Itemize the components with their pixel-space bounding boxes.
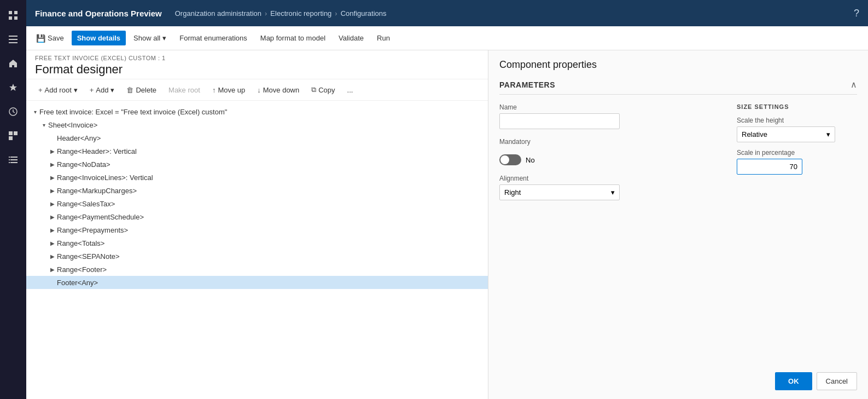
map-format-button[interactable]: Map format to model (255, 31, 331, 45)
scale-height-select[interactable]: Relative ▾ (737, 126, 835, 142)
alignment-label: Alignment (499, 175, 528, 182)
svg-rect-1 (14, 11, 18, 14)
breadcrumb: Organization administration › Electronic… (175, 9, 387, 18)
svg-rect-14 (9, 157, 10, 158)
name-field-group: Name (499, 103, 682, 129)
add-root-chevron-icon: ▾ (74, 86, 78, 94)
expander-icon: ▾ (39, 120, 48, 129)
expander-icon: ▾ (31, 107, 39, 116)
move-down-button[interactable]: ↓ Move down (252, 83, 305, 97)
favorites-icon[interactable] (2, 77, 24, 99)
svg-rect-9 (14, 131, 18, 135)
tree-item[interactable]: ▾ Free text invoice: Excel = "Free text … (26, 105, 488, 118)
delete-icon: 🗑 (126, 86, 133, 94)
collapse-icon[interactable]: ∧ (850, 79, 857, 90)
parameters-section-header: Parameters ∧ (499, 79, 857, 95)
breadcrumb-config: Configurations (341, 9, 387, 18)
svg-rect-0 (9, 11, 12, 14)
expander-icon: ▶ (48, 173, 57, 182)
content-area: FREE TEXT INVOICE (EXCEL) CUSTOM : 1 For… (26, 50, 868, 399)
show-all-button[interactable]: Show all ▾ (128, 31, 172, 45)
alignment-row: Alignment Right ▾ (499, 174, 682, 200)
breadcrumb-er: Electronic reporting (270, 9, 331, 18)
show-details-button[interactable]: Show details (72, 31, 126, 45)
page-title: Format designer (35, 62, 479, 77)
expander-icon: ▶ (48, 147, 57, 155)
page-breadcrumb: FREE TEXT INVOICE (EXCEL) CUSTOM : 1 (35, 55, 479, 61)
delete-button[interactable]: 🗑 Delete (121, 83, 162, 97)
app-grid-icon[interactable] (2, 4, 24, 26)
expander-icon: ▶ (48, 265, 57, 274)
alignment-chevron-icon: ▾ (611, 188, 615, 196)
workspaces-icon[interactable] (2, 125, 24, 147)
alignment-value: Right (504, 188, 521, 196)
scale-percentage-label: Scale in percentage (737, 149, 857, 157)
svg-rect-10 (9, 136, 13, 140)
app-title: Finance and Operations Preview (35, 9, 162, 18)
hamburger-icon[interactable] (2, 28, 24, 50)
add-root-icon: + (38, 86, 43, 94)
svg-rect-16 (9, 162, 10, 163)
params-columns: Name Mandatory No Alignment (499, 103, 857, 209)
parameters-label: Parameters (499, 80, 555, 89)
svg-rect-13 (10, 162, 18, 163)
recent-icon[interactable] (2, 101, 24, 123)
expander-icon: ▶ (48, 186, 57, 195)
tree-item[interactable]: ▶ Range<Prepayments> (26, 223, 488, 236)
page-header: FREE TEXT INVOICE (EXCEL) CUSTOM : 1 For… (26, 50, 488, 79)
copy-button[interactable]: ⧉ Copy (306, 83, 340, 97)
name-input[interactable] (499, 113, 620, 129)
list-icon[interactable] (2, 149, 24, 171)
tree-item[interactable]: ▶ Header<Any> (26, 131, 488, 144)
tree-item[interactable]: ▶ Range<SEPANote> (26, 250, 488, 263)
tree-toolbar: + Add root ▾ + Add ▾ 🗑 Delete Make root (26, 79, 488, 101)
move-up-button[interactable]: ↑ Move up (207, 83, 251, 97)
tree-area: ▾ Free text invoice: Excel = "Free text … (26, 101, 488, 399)
add-button[interactable]: + Add ▾ (84, 83, 120, 97)
svg-rect-11 (10, 157, 18, 158)
home-icon[interactable] (2, 53, 24, 74)
right-panel: Component properties Parameters ∧ Name M… (488, 50, 868, 399)
ok-button[interactable]: OK (775, 372, 812, 390)
tree-item-footer-any[interactable]: ▶ Footer<Any> (26, 276, 488, 289)
tree-item[interactable]: ▾ Sheet<Invoice> (26, 118, 488, 131)
add-icon: + (90, 86, 94, 94)
move-up-icon: ↑ (212, 86, 216, 94)
expander-icon: ▶ (48, 160, 57, 169)
tree-item[interactable]: ▶ Range<Header>: Vertical (26, 144, 488, 158)
tree-item[interactable]: ▶ Range<SalesTax> (26, 197, 488, 210)
validate-button[interactable]: Validate (333, 31, 369, 45)
svg-rect-2 (9, 16, 12, 20)
scale-height-row: Scale the height Relative ▾ (737, 117, 857, 142)
breadcrumb-org: Organization administration (175, 9, 261, 18)
scale-percentage-input[interactable] (737, 159, 802, 175)
add-root-button[interactable]: + Add root ▾ (33, 83, 83, 97)
alignment-select[interactable]: Right ▾ (499, 184, 620, 200)
title-bar: Finance and Operations Preview Organizat… (26, 0, 868, 26)
mandatory-toggle[interactable] (499, 154, 521, 165)
breadcrumb-sep1: › (265, 9, 267, 18)
format-enumerations-button[interactable]: Format enumerations (174, 31, 253, 45)
scale-height-chevron-icon: ▾ (826, 130, 830, 138)
help-icon[interactable]: ? (854, 8, 859, 19)
tree-item[interactable]: ▶ Range<Totals> (26, 236, 488, 250)
run-button[interactable]: Run (371, 31, 395, 45)
params-left: Name Mandatory No Alignment (499, 103, 682, 209)
size-settings-title: SIZE SETTINGS (737, 103, 857, 110)
expander-icon: ▶ (48, 199, 57, 208)
left-panel: FREE TEXT INVOICE (EXCEL) CUSTOM : 1 For… (26, 50, 488, 399)
save-button[interactable]: 💾 Save (31, 31, 69, 46)
more-button[interactable]: ... (342, 83, 359, 97)
svg-rect-3 (14, 16, 18, 20)
cancel-button[interactable]: Cancel (817, 372, 857, 390)
tree-item[interactable]: ▶ Range<NoData> (26, 158, 488, 171)
make-root-button[interactable]: Make root (163, 83, 206, 97)
tree-item[interactable]: ▶ Range<PaymentSchedule> (26, 210, 488, 223)
command-bar: 💾 Save Show details Show all ▾ Format en… (26, 26, 868, 50)
tree-item[interactable]: ▶ Range<Footer> (26, 263, 488, 276)
tree-item[interactable]: ▶ Range<InvoiceLines>: Vertical (26, 171, 488, 184)
component-properties-title: Component properties (499, 59, 857, 71)
add-chevron-icon: ▾ (110, 86, 114, 94)
svg-rect-12 (10, 159, 18, 160)
tree-item[interactable]: ▶ Range<MarkupCharges> (26, 184, 488, 197)
